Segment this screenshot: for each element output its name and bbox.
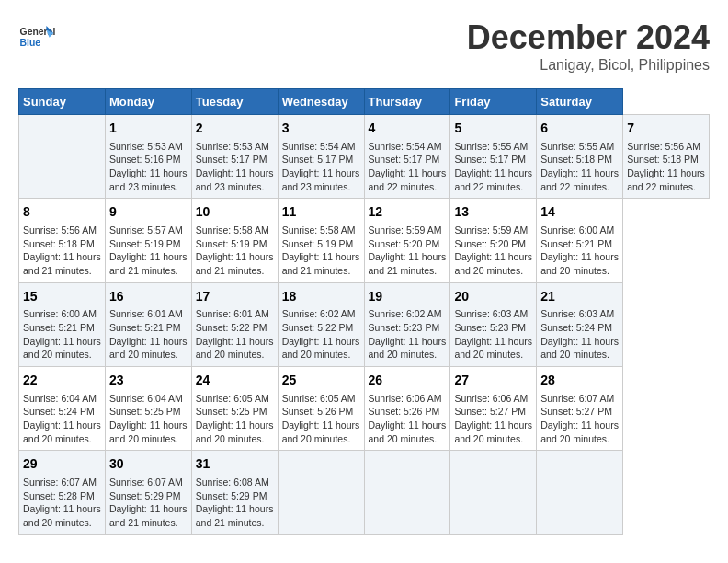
calendar-cell: 15Sunrise: 6:00 AM Sunset: 5:21 PM Dayli… [19, 282, 106, 366]
day-number: 14 [540, 203, 619, 222]
day-number: 25 [282, 372, 360, 390]
day-number: 16 [109, 288, 188, 306]
day-info: Sunrise: 6:01 AM Sunset: 5:21 PM Dayligh… [109, 307, 188, 362]
day-info: Sunrise: 5:59 AM Sunset: 5:20 PM Dayligh… [454, 224, 532, 278]
day-info: Sunrise: 6:03 AM Sunset: 5:23 PM Dayligh… [454, 307, 532, 362]
day-info: Sunrise: 5:53 AM Sunset: 5:17 PM Dayligh… [196, 140, 274, 194]
calendar-cell: 24Sunrise: 6:05 AM Sunset: 5:25 PM Dayli… [191, 367, 278, 451]
col-header-thursday: Thursday [364, 89, 450, 115]
day-number: 29 [23, 455, 101, 474]
day-number: 9 [109, 203, 188, 222]
day-info: Sunrise: 6:07 AM Sunset: 5:27 PM Dayligh… [540, 392, 619, 446]
day-number: 6 [540, 120, 619, 138]
day-info: Sunrise: 6:04 AM Sunset: 5:25 PM Dayligh… [109, 392, 188, 446]
day-number: 19 [369, 288, 447, 306]
calendar-cell: 8Sunrise: 5:56 AM Sunset: 5:18 PM Daylig… [19, 199, 106, 282]
calendar-cell: 13Sunrise: 5:59 AM Sunset: 5:20 PM Dayli… [450, 199, 537, 282]
main-title: December 2024 [467, 18, 710, 57]
svg-text:Blue: Blue [20, 38, 41, 48]
day-info: Sunrise: 6:02 AM Sunset: 5:22 PM Dayligh… [282, 307, 360, 362]
day-number: 27 [454, 372, 532, 390]
logo: General Blue [18, 18, 55, 55]
calendar-cell [19, 115, 106, 199]
day-number: 28 [540, 372, 619, 390]
day-number: 3 [282, 120, 360, 138]
day-number: 24 [196, 372, 274, 390]
day-number: 4 [369, 120, 447, 138]
calendar-cell: 12Sunrise: 5:59 AM Sunset: 5:20 PM Dayli… [364, 199, 450, 282]
week-row-3: 15Sunrise: 6:00 AM Sunset: 5:21 PM Dayli… [19, 282, 710, 366]
day-number: 31 [196, 455, 274, 474]
calendar-cell: 26Sunrise: 6:06 AM Sunset: 5:26 PM Dayli… [364, 367, 450, 451]
calendar-cell: 5Sunrise: 5:55 AM Sunset: 5:17 PM Daylig… [450, 115, 537, 199]
calendar-cell: 9Sunrise: 5:57 AM Sunset: 5:19 PM Daylig… [105, 199, 191, 282]
day-number: 11 [282, 203, 360, 222]
calendar-cell: 30Sunrise: 6:07 AM Sunset: 5:29 PM Dayli… [105, 451, 191, 534]
day-number: 23 [109, 372, 188, 390]
subtitle: Lanigay, Bicol, Philippines [467, 57, 710, 74]
col-header-wednesday: Wednesday [278, 89, 364, 115]
calendar-cell: 21Sunrise: 6:03 AM Sunset: 5:24 PM Dayli… [537, 282, 623, 366]
col-header-sunday: Sunday [19, 89, 106, 115]
header: General Blue December 2024 Lanigay, Bico… [18, 18, 710, 74]
calendar-cell: 10Sunrise: 5:58 AM Sunset: 5:19 PM Dayli… [191, 199, 278, 282]
calendar-cell: 25Sunrise: 6:05 AM Sunset: 5:26 PM Dayli… [278, 367, 364, 451]
day-info: Sunrise: 6:07 AM Sunset: 5:28 PM Dayligh… [23, 476, 101, 530]
calendar-cell: 16Sunrise: 6:01 AM Sunset: 5:21 PM Dayli… [105, 282, 191, 366]
week-row-5: 29Sunrise: 6:07 AM Sunset: 5:28 PM Dayli… [19, 451, 710, 534]
col-header-friday: Friday [450, 89, 537, 115]
day-number: 30 [109, 455, 188, 474]
day-info: Sunrise: 6:01 AM Sunset: 5:22 PM Dayligh… [196, 307, 274, 362]
day-info: Sunrise: 6:00 AM Sunset: 5:21 PM Dayligh… [540, 224, 619, 278]
calendar-cell: 11Sunrise: 5:58 AM Sunset: 5:19 PM Dayli… [278, 199, 364, 282]
calendar-header-row: SundayMondayTuesdayWednesdayThursdayFrid… [19, 89, 710, 115]
day-number: 21 [540, 288, 619, 306]
day-number: 10 [196, 203, 274, 222]
col-header-tuesday: Tuesday [191, 89, 278, 115]
calendar-cell: 29Sunrise: 6:07 AM Sunset: 5:28 PM Dayli… [19, 451, 106, 534]
day-number: 2 [196, 120, 274, 138]
calendar-cell: 20Sunrise: 6:03 AM Sunset: 5:23 PM Dayli… [450, 282, 537, 366]
day-info: Sunrise: 5:53 AM Sunset: 5:16 PM Dayligh… [109, 140, 188, 194]
calendar-cell: 4Sunrise: 5:54 AM Sunset: 5:17 PM Daylig… [364, 115, 450, 199]
day-info: Sunrise: 6:08 AM Sunset: 5:29 PM Dayligh… [196, 476, 274, 530]
calendar-cell [537, 451, 623, 534]
day-info: Sunrise: 6:00 AM Sunset: 5:21 PM Dayligh… [23, 307, 101, 362]
calendar-cell: 18Sunrise: 6:02 AM Sunset: 5:22 PM Dayli… [278, 282, 364, 366]
col-header-saturday: Saturday [537, 89, 623, 115]
calendar-cell: 22Sunrise: 6:04 AM Sunset: 5:24 PM Dayli… [19, 367, 106, 451]
day-info: Sunrise: 5:59 AM Sunset: 5:20 PM Dayligh… [369, 224, 447, 278]
logo-icon: General Blue [18, 18, 55, 55]
day-info: Sunrise: 5:56 AM Sunset: 5:18 PM Dayligh… [23, 224, 101, 278]
day-info: Sunrise: 6:05 AM Sunset: 5:26 PM Dayligh… [282, 392, 360, 446]
day-info: Sunrise: 5:54 AM Sunset: 5:17 PM Dayligh… [282, 140, 360, 194]
day-number: 18 [282, 288, 360, 306]
calendar-cell [364, 451, 450, 534]
day-number: 22 [23, 372, 101, 390]
day-number: 13 [454, 203, 532, 222]
calendar-cell: 3Sunrise: 5:54 AM Sunset: 5:17 PM Daylig… [278, 115, 364, 199]
week-row-1: 1Sunrise: 5:53 AM Sunset: 5:16 PM Daylig… [19, 115, 710, 199]
day-info: Sunrise: 6:04 AM Sunset: 5:24 PM Dayligh… [23, 392, 101, 446]
calendar-cell: 23Sunrise: 6:04 AM Sunset: 5:25 PM Dayli… [105, 367, 191, 451]
day-info: Sunrise: 5:58 AM Sunset: 5:19 PM Dayligh… [196, 224, 274, 278]
day-number: 17 [196, 288, 274, 306]
calendar-cell: 28Sunrise: 6:07 AM Sunset: 5:27 PM Dayli… [537, 367, 623, 451]
calendar-cell: 6Sunrise: 5:55 AM Sunset: 5:18 PM Daylig… [537, 115, 623, 199]
day-info: Sunrise: 5:54 AM Sunset: 5:17 PM Dayligh… [369, 140, 447, 194]
day-info: Sunrise: 6:06 AM Sunset: 5:27 PM Dayligh… [454, 392, 532, 446]
calendar-cell: 1Sunrise: 5:53 AM Sunset: 5:16 PM Daylig… [105, 115, 191, 199]
day-info: Sunrise: 6:05 AM Sunset: 5:25 PM Dayligh… [196, 392, 274, 446]
calendar-cell: 27Sunrise: 6:06 AM Sunset: 5:27 PM Dayli… [450, 367, 537, 451]
day-info: Sunrise: 5:55 AM Sunset: 5:17 PM Dayligh… [454, 140, 532, 194]
day-info: Sunrise: 6:07 AM Sunset: 5:29 PM Dayligh… [109, 476, 188, 530]
calendar-cell: 31Sunrise: 6:08 AM Sunset: 5:29 PM Dayli… [191, 451, 278, 534]
calendar-cell: 14Sunrise: 6:00 AM Sunset: 5:21 PM Dayli… [537, 199, 623, 282]
day-number: 12 [369, 203, 447, 222]
calendar-cell: 7Sunrise: 5:56 AM Sunset: 5:18 PM Daylig… [623, 115, 710, 199]
day-number: 26 [369, 372, 447, 390]
day-info: Sunrise: 5:55 AM Sunset: 5:18 PM Dayligh… [540, 140, 619, 194]
week-row-4: 22Sunrise: 6:04 AM Sunset: 5:24 PM Dayli… [19, 367, 710, 451]
calendar-cell: 2Sunrise: 5:53 AM Sunset: 5:17 PM Daylig… [191, 115, 278, 199]
calendar-cell: 17Sunrise: 6:01 AM Sunset: 5:22 PM Dayli… [191, 282, 278, 366]
